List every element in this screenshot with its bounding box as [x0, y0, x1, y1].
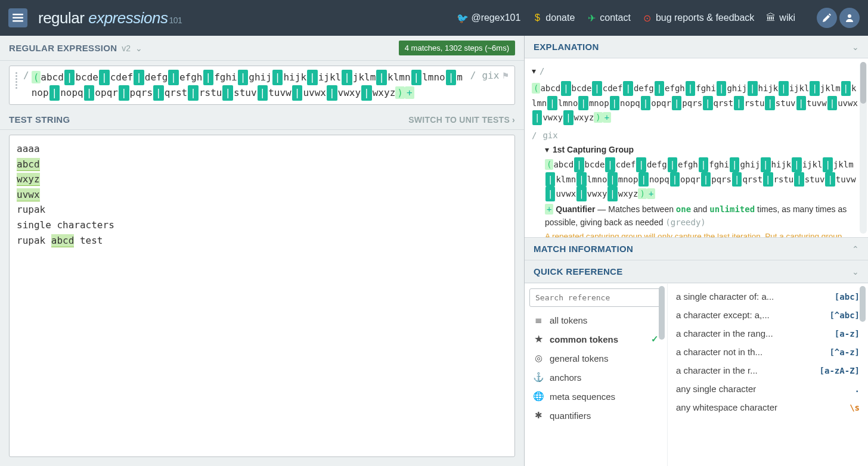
wiki-link[interactable]: 🏛wiki: [766, 13, 795, 23]
expand-match-info-button[interactable]: ⌃: [852, 244, 859, 254]
svg-point-3: [848, 14, 851, 18]
logo[interactable]: regular expressions101: [38, 9, 182, 27]
donate-link[interactable]: $donate: [532, 13, 575, 23]
qref-category[interactable]: ★common tokens✓: [529, 330, 662, 349]
twitter-icon: 🐦: [458, 13, 467, 23]
qref-item[interactable]: a character not in th...[^a-z]: [668, 343, 868, 361]
search-reference-input[interactable]: [529, 288, 662, 307]
contact-link[interactable]: ✈contact: [587, 13, 631, 23]
qref-category[interactable]: 🌐meta sequences: [529, 387, 662, 406]
send-icon: ✈: [587, 13, 596, 23]
scrollbar[interactable]: [658, 286, 666, 464]
account-button[interactable]: [839, 8, 860, 28]
qref-item[interactable]: any single character.: [668, 380, 868, 398]
qref-item[interactable]: a character in the rang...[a-z]: [668, 324, 868, 343]
svg-rect-0: [13, 14, 23, 15]
collapse-explanation-button[interactable]: ⌄: [852, 42, 859, 52]
caret-down-icon[interactable]: ▾: [532, 64, 536, 77]
qref-category[interactable]: ⚓anchors: [529, 368, 662, 387]
switch-unit-tests-button[interactable]: SWITCH TO UNIT TESTS ›: [408, 115, 515, 125]
regex-input[interactable]: / (abcd|bcde|cdef|defg|efgh|fghi|ghij|hi…: [9, 66, 515, 105]
quickref-title: QUICK REFERENCE: [534, 266, 623, 277]
qref-item[interactable]: any whitespace character\s: [668, 398, 868, 417]
target-icon: ◎: [533, 353, 544, 364]
test-string-title: TEST STRING: [9, 114, 70, 125]
svg-rect-2: [13, 20, 23, 22]
scrollbar[interactable]: [858, 286, 867, 464]
qref-category[interactable]: ◎general tokens: [529, 349, 662, 368]
version-selector[interactable]: v2 ⌄: [122, 44, 142, 53]
github-icon: ⊙: [643, 13, 652, 23]
globe-icon: 🌐: [533, 391, 544, 402]
asterisk-icon: ✱: [533, 410, 544, 421]
anchor-icon: ⚓: [533, 372, 544, 383]
chevron-right-icon: ›: [512, 115, 515, 125]
stack-icon: ≣: [533, 315, 544, 325]
menu-button[interactable]: [8, 8, 27, 27]
dollar-icon: $: [532, 13, 542, 23]
explanation-title: EXPLANATION: [534, 42, 599, 52]
explanation-panel: ▾ / (abcd|bcde|cdef|defg|efgh|fghi|ghij|…: [525, 58, 868, 237]
collapse-quickref-button[interactable]: ⌄: [852, 267, 859, 277]
regex-section-title: REGULAR EXPRESSION: [9, 43, 117, 53]
qref-item[interactable]: a character in the r...[a-zA-Z]: [668, 361, 868, 380]
test-string-input[interactable]: aaaa abcd wxyz uvwx rupak single charact…: [9, 135, 515, 457]
flag-icon: ⚑: [503, 70, 509, 81]
star-icon: ★: [533, 334, 544, 344]
flags-selector[interactable]: /gix⚑: [468, 70, 509, 81]
qref-category[interactable]: ≣all tokens: [529, 310, 662, 330]
building-icon: 🏛: [766, 13, 776, 23]
caret-down-icon[interactable]: ▾: [545, 143, 549, 156]
match-badge: 4 matches, 1302 steps (~6ms): [399, 41, 515, 55]
drag-handle-icon[interactable]: [16, 70, 17, 89]
bugs-link[interactable]: ⊙bug reports & feedback: [643, 13, 754, 23]
settings-button[interactable]: [817, 8, 837, 28]
match-info-title: MATCH INFORMATION: [534, 244, 633, 254]
qref-category[interactable]: ✱quantifiers: [529, 406, 662, 425]
twitter-link[interactable]: 🐦@regex101: [458, 13, 520, 23]
qref-item[interactable]: a single character of: a...[abc]: [668, 287, 868, 306]
svg-rect-1: [13, 17, 23, 19]
qref-item[interactable]: a character except: a,...[^abc]: [668, 306, 868, 324]
chevron-down-icon: ⌄: [135, 44, 142, 53]
scrollbar[interactable]: [860, 62, 867, 234]
regex-content[interactable]: (abcd|bcde|cdef|defg|efgh|fghi|ghij|hijk…: [32, 70, 463, 101]
